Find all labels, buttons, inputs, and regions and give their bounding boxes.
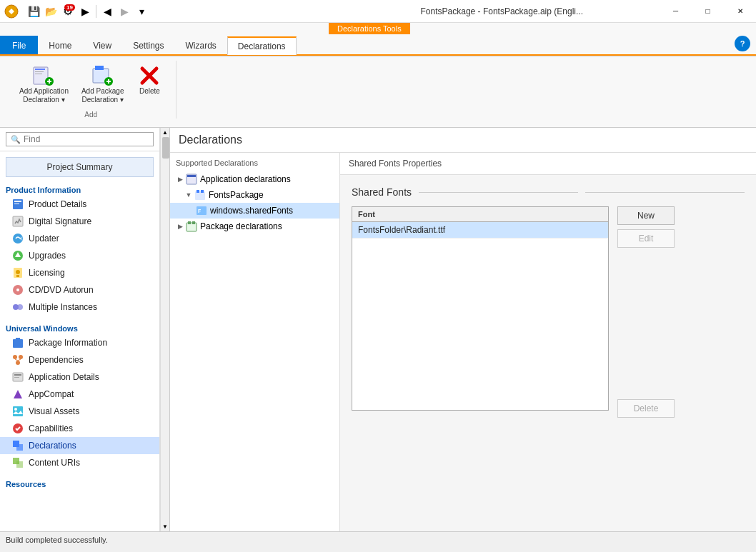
nav-item-app-details[interactable]: Application Details (0, 368, 159, 386)
new-font-btn[interactable]: New (617, 206, 675, 225)
add-app-declaration-icon (32, 64, 55, 87)
svg-point-36 (16, 361, 20, 365)
add-pkg-declaration-icon (91, 64, 114, 87)
restore-btn[interactable]: □ (692, 0, 724, 23)
svg-rect-50 (187, 175, 196, 177)
decl-tree-pkg-declarations[interactable]: ▶ Package declarations (170, 219, 339, 234)
app-decl-expand-icon: ▶ (176, 175, 184, 184)
svg-point-35 (19, 355, 23, 359)
content-area: Declarations Supported Declarations ▶ Ap… (170, 128, 756, 531)
tab-settings[interactable]: Settings (122, 36, 174, 54)
fonts-table-row-0[interactable]: FontsFolder\Radiant.ttf (352, 222, 608, 239)
search-input[interactable] (24, 134, 149, 144)
ribbon: Declarations Tools File Home View Settin… (0, 23, 756, 128)
search-box: 🔍 (0, 128, 159, 151)
app-details-icon (11, 371, 24, 383)
back-btn[interactable]: ◀ (99, 4, 115, 19)
declarations-tree-panel: Supported Declarations ▶ Application dec… (170, 153, 340, 531)
decl-tree-app-declarations[interactable]: ▶ Application declarations (170, 171, 339, 187)
scroll-track[interactable] (161, 137, 169, 522)
svg-rect-53 (201, 190, 204, 193)
delete-btn[interactable]: Delete (131, 61, 167, 108)
nav-item-product-details[interactable]: Product Details (0, 196, 159, 213)
close-btn[interactable]: ✕ (724, 0, 756, 23)
svg-line-38 (18, 359, 21, 361)
shared-fonts-container: Font FontsFolder\Radiant.ttf New Edit (352, 206, 745, 418)
pkg-decl-tree-icon (186, 221, 197, 232)
tab-view[interactable]: View (82, 36, 122, 54)
scroll-thumb (162, 137, 169, 159)
nav-item-digital-signature[interactable]: Digital Signature (0, 213, 159, 230)
left-panel: 🔍 Project Summary Product Information (0, 128, 160, 531)
nav-item-updater[interactable]: Updater (0, 230, 159, 247)
nav-item-package-info[interactable]: Package Information (0, 334, 159, 351)
svg-rect-3 (35, 71, 44, 72)
svg-rect-10 (99, 66, 104, 70)
svg-rect-52 (197, 190, 199, 193)
fonts-pkg-expand-icon: ▼ (184, 191, 193, 199)
nav-item-declarations[interactable]: Declarations (0, 437, 159, 454)
project-summary-btn[interactable]: Project Summary (6, 157, 154, 177)
declarations-title: Declarations (170, 128, 756, 153)
open-btn[interactable]: 📂 (43, 4, 59, 19)
left-panel-wrapper: 🔍 Project Summary Product Information (0, 128, 170, 531)
title-bar: 💾 📂 ⚙ 19 ▶ ◀ ▶ ▾ FontsPackage - FontsPac… (0, 0, 756, 23)
tab-home[interactable]: Home (38, 36, 82, 54)
updater-icon (11, 232, 24, 245)
nav-item-upgrades[interactable]: Upgrades (0, 247, 159, 264)
nav-item-multiple-instances[interactable]: Multiple Instances (0, 298, 159, 316)
tab-declarations[interactable]: Declarations (227, 36, 297, 55)
svg-rect-41 (14, 377, 19, 378)
product-details-icon (11, 198, 24, 211)
decl-tree-shared-fonts[interactable]: F windows.sharedFonts (170, 203, 339, 219)
delete-font-btn[interactable]: Delete (617, 399, 675, 418)
svg-text:F: F (198, 209, 202, 214)
decl-tree-fonts-package[interactable]: ▼ FontsPackage (170, 187, 339, 203)
scroll-up-btn[interactable]: ▲ (161, 128, 169, 137)
licensing-icon (11, 266, 24, 279)
scroll-down-btn[interactable]: ▼ (161, 522, 169, 531)
shared-fonts-icon: F (196, 205, 207, 216)
context-tab-declarations-tools[interactable]: Declarations Tools (329, 23, 410, 34)
svg-rect-17 (14, 201, 21, 202)
nav-item-visual-assets[interactable]: Visual Assets (0, 403, 159, 420)
build-btn[interactable]: ⚙ 19 (60, 4, 76, 19)
properties-header: Shared Fonts Properties (340, 153, 756, 175)
add-pkg-declaration-btn[interactable]: Add PackageDeclaration ▾ (76, 61, 129, 108)
edit-font-btn[interactable]: Edit (617, 229, 675, 248)
add-app-declaration-btn[interactable]: Add ApplicationDeclaration ▾ (14, 61, 74, 108)
svg-rect-2 (35, 69, 45, 70)
pkg-decl-expand-icon: ▶ (176, 222, 184, 231)
left-panel-scrollbar[interactable]: ▲ ▼ (160, 128, 169, 531)
delete-label: Delete (139, 87, 160, 96)
nav-item-licensing[interactable]: Licensing (0, 264, 159, 281)
nav-item-cddvd[interactable]: CD/DVD Autorun (0, 281, 159, 298)
tab-wizards[interactable]: Wizards (175, 36, 227, 54)
digital-signature-icon (11, 215, 24, 228)
fonts-action-buttons: New Edit Delete (617, 206, 675, 418)
run-btn[interactable]: ▶ (77, 4, 93, 19)
dropdown-btn[interactable]: ▾ (134, 4, 149, 19)
svg-rect-13 (108, 79, 109, 84)
svg-point-28 (16, 288, 19, 291)
nav-item-capabilities[interactable]: Capabilities (0, 420, 159, 437)
tab-file[interactable]: File (0, 36, 38, 54)
nav-item-appcompat[interactable]: AppCompat (0, 386, 159, 403)
svg-rect-48 (16, 461, 23, 468)
properties-panel: Shared Fonts Properties Shared Fonts Fon… (340, 153, 756, 531)
nav-item-content-uris[interactable]: Content URIs (0, 454, 159, 471)
fonts-pkg-icon (194, 189, 206, 201)
svg-rect-32 (16, 338, 18, 341)
declarations-icon (11, 439, 24, 452)
svg-rect-46 (16, 444, 23, 451)
search-icon: 🔍 (11, 135, 21, 144)
dependencies-icon (11, 353, 24, 366)
svg-rect-9 (95, 66, 99, 70)
forward-btn[interactable]: ▶ (116, 4, 132, 19)
nav-item-dependencies[interactable]: Dependencies (0, 351, 159, 368)
nav-category-resources: Resources (0, 474, 159, 490)
fonts-table-header: Font (352, 207, 608, 222)
help-btn[interactable]: ? (735, 36, 750, 51)
save-btn[interactable]: 💾 (26, 4, 41, 19)
minimize-btn[interactable]: ─ (660, 0, 692, 23)
